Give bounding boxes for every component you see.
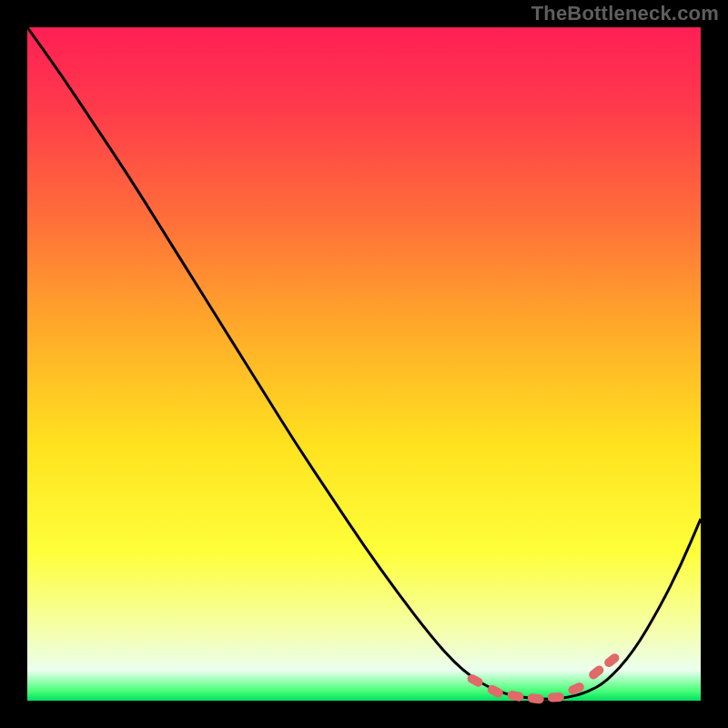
chart-frame: TheBottleneck.com	[0, 0, 728, 728]
optimum-marker	[548, 693, 565, 703]
curve-layer	[27, 27, 701, 701]
bottleneck-curve	[27, 27, 701, 699]
optimum-marker	[507, 690, 525, 703]
optimum-marker	[527, 693, 544, 704]
optimum-marker	[602, 652, 621, 669]
plot-area	[27, 27, 701, 701]
optimum-marker	[587, 663, 605, 681]
optimum-markers	[466, 652, 622, 704]
watermark-text: TheBottleneck.com	[531, 2, 719, 25]
